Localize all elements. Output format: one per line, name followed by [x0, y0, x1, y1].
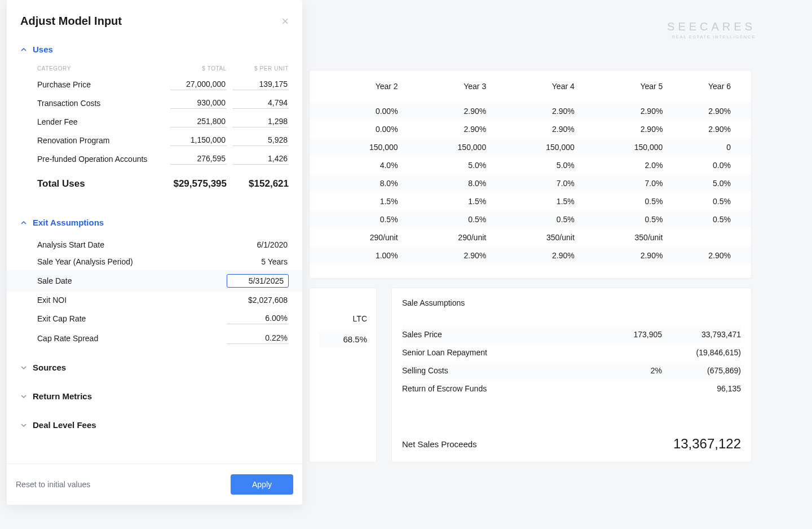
annual-cell: 2.90%	[486, 120, 575, 138]
annual-cell: 2.90%	[398, 102, 487, 120]
panel-body: Uses CATEGORY $ TOTAL $ PER UNIT Purchas…	[7, 40, 302, 464]
exit-row: Exit Cap Rate6.00%	[20, 308, 289, 328]
annual-cell: 150,000	[310, 138, 398, 156]
net-sales-label: Net Sales Proceeds	[402, 439, 477, 449]
annual-cell: 7.0%	[575, 174, 663, 192]
annual-cell: 0.5%	[663, 192, 751, 210]
year-header: Year 6	[663, 70, 751, 102]
exit-row-label: Analysis Start Date	[37, 240, 104, 249]
annual-cell: 0	[663, 138, 751, 156]
annual-row: 4.0%5.0%5.0%2.0%0.0%	[310, 156, 751, 174]
uses-row: Lender Fee251,8001,298	[20, 112, 289, 131]
annual-cell: 7.0%	[486, 174, 575, 192]
sale-row-mid: 2%	[606, 366, 662, 375]
brand-name: SEECARES	[667, 20, 756, 33]
uses-row-perunit[interactable]: 5,928	[232, 134, 289, 146]
section-header-uses[interactable]: Uses	[20, 40, 289, 59]
exit-row-label: Sale Year (Analysis Period)	[37, 257, 133, 266]
sale-row-value: (19,846,615)	[662, 348, 741, 357]
annual-cell: 2.90%	[398, 120, 487, 138]
exit-row-value[interactable]: 6.00%	[227, 312, 289, 324]
section-title-deal-fees: Deal Level Fees	[33, 420, 96, 430]
annual-cell: 0.0%	[663, 156, 751, 174]
section-header-sources[interactable]: Sources	[20, 358, 289, 377]
apply-button[interactable]: Apply	[231, 474, 293, 495]
uses-total-value: $29,575,395	[159, 178, 227, 189]
annual-cell: 1.5%	[398, 192, 487, 210]
ltc-header: LTC	[319, 297, 367, 331]
uses-row-total[interactable]: 276,595	[170, 153, 227, 165]
annual-cell: 290/unit	[310, 228, 398, 246]
annual-cell: 2.90%	[486, 246, 575, 264]
reset-link[interactable]: Reset to initial values	[16, 480, 90, 489]
uses-row: Pre-funded Operation Accounts276,5951,42…	[20, 149, 289, 168]
section-header-return-metrics[interactable]: Return Metrics	[20, 387, 289, 405]
uses-row: Renovation Program1,150,0005,928	[20, 131, 289, 149]
annual-cell: 1.00%	[310, 246, 398, 264]
brand-tagline: REAL ESTATE INTELLIGENCE	[667, 34, 756, 39]
adjust-model-input-panel: Adjust Model Input × Uses CATEGORY $ TOT…	[7, 0, 302, 505]
uses-row-label: Purchase Price	[37, 80, 165, 89]
exit-row-value[interactable]: 0.22%	[227, 332, 289, 344]
exit-row-value[interactable]: 5/31/2025	[227, 274, 289, 288]
section-title-uses: Uses	[33, 45, 53, 54]
uses-total-row: Total Uses $29,575,395 $152,621	[20, 168, 289, 200]
annual-cell: 350/unit	[575, 228, 663, 246]
exit-row-label: Exit NOI	[37, 296, 67, 305]
annual-cell: 4.0%	[310, 156, 398, 174]
uses-row-perunit[interactable]: 1,426	[232, 153, 289, 165]
brand-logo: SEECARES REAL ESTATE INTELLIGENCE	[667, 20, 756, 39]
exit-row: Sale Date5/31/2025	[7, 270, 302, 292]
uses-row-label: Lender Fee	[37, 117, 165, 126]
sale-row: Senior Loan Repayment(19,846,615)	[402, 343, 741, 362]
annual-cell	[663, 228, 751, 246]
annual-cell: 0.5%	[310, 210, 398, 228]
uses-col-category: CATEGORY	[37, 65, 165, 72]
sale-row-label: Senior Loan Repayment	[402, 348, 606, 357]
uses-row-perunit[interactable]: 4,794	[232, 97, 289, 109]
sale-assumptions-card: Sale Assumptions Sales Price173,90533,79…	[391, 288, 752, 462]
chevron-up-icon	[20, 219, 27, 226]
uses-row-perunit[interactable]: 1,298	[232, 116, 289, 127]
annual-cell: 0.5%	[575, 210, 663, 228]
section-header-deal-fees[interactable]: Deal Level Fees	[20, 416, 289, 434]
chevron-down-icon	[20, 393, 27, 400]
annual-cell: 2.90%	[398, 246, 487, 264]
section-header-exit[interactable]: Exit Assumptions	[20, 213, 289, 232]
annual-cell: 5.0%	[398, 156, 487, 174]
exit-row-value: 5 Years	[261, 257, 289, 266]
annual-cell: 5.0%	[663, 174, 751, 192]
annual-cell: 350/unit	[486, 228, 575, 246]
annual-row: 290/unit290/unit350/unit350/unit	[310, 228, 751, 246]
chevron-down-icon	[20, 422, 27, 429]
exit-row: Cap Rate Spread0.22%	[20, 328, 289, 348]
annual-row: 0.00%2.90%2.90%2.90%2.90%	[310, 120, 751, 138]
exit-row-value: 6/1/2020	[257, 240, 289, 249]
panel-title: Adjust Model Input	[20, 15, 122, 28]
exit-row: Analysis Start Date6/1/2020	[20, 236, 289, 253]
close-icon[interactable]: ×	[281, 15, 289, 28]
uses-row-total[interactable]: 27,000,000	[170, 78, 227, 90]
annual-cell: 150,000	[398, 138, 487, 156]
exit-row-label: Sale Date	[37, 276, 72, 285]
annual-cell: 150,000	[486, 138, 575, 156]
year-header: Year 5	[575, 70, 663, 102]
annual-cell: 0.00%	[310, 120, 398, 138]
section-title-sources: Sources	[33, 363, 66, 372]
uses-row-total[interactable]: 930,000	[170, 97, 227, 109]
uses-row-total[interactable]: 1,150,000	[170, 134, 227, 146]
ltc-card: LTC 68.5%	[309, 288, 377, 462]
uses-total-label: Total Uses	[37, 178, 159, 189]
uses-row: Transaction Costs930,0004,794	[20, 94, 289, 112]
section-title-exit: Exit Assumptions	[33, 218, 104, 227]
uses-row-perunit[interactable]: 139,175	[232, 78, 289, 90]
uses-row: Purchase Price27,000,000139,175	[20, 75, 289, 94]
annual-row: 1.00%2.90%2.90%2.90%2.90%	[310, 246, 751, 264]
section-title-return-metrics: Return Metrics	[33, 391, 92, 401]
annual-cell: 1.5%	[310, 192, 398, 210]
uses-row-total[interactable]: 251,800	[170, 116, 227, 127]
annual-cell: 0.5%	[398, 210, 487, 228]
annual-table: Year 2 Year 3 Year 4 Year 5 Year 6 0.00%…	[310, 70, 751, 264]
annual-row: 150,000150,000150,000150,0000	[310, 138, 751, 156]
annual-cell: 2.90%	[575, 102, 663, 120]
